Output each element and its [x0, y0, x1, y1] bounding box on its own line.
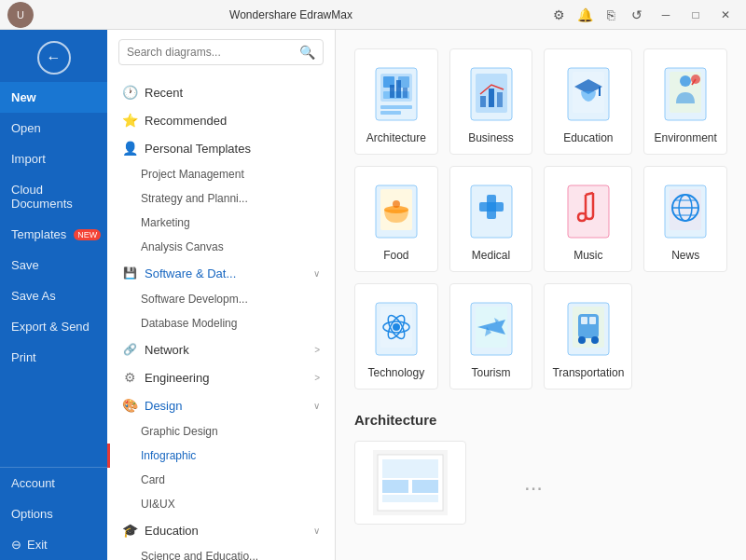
clock-icon: 🕐 [122, 85, 137, 100]
template-card-medical[interactable]: Medical [449, 166, 533, 272]
sidebar-item-print[interactable]: Print [0, 342, 107, 373]
nav-item-personal[interactable]: 👤 Personal Templates [107, 134, 335, 162]
svg-rect-16 [497, 92, 503, 107]
template-card-transportation[interactable]: Transportation [544, 283, 632, 389]
sidebar-item-import[interactable]: Import [0, 143, 107, 174]
nav-item-recent[interactable]: 🕐 Recent [107, 78, 335, 106]
nav-subitem-graphic[interactable]: Graphic Design [107, 419, 335, 444]
nav-item-software[interactable]: 💾 Software & Dat... ∨ [107, 259, 335, 287]
tourism-icon [466, 299, 517, 359]
nav-item-recommended[interactable]: ⭐ Recommended [107, 106, 335, 134]
nav-subitem-science[interactable]: Science and Educatio... [107, 544, 335, 560]
sidebar-item-cloud[interactable]: Cloud Documents [0, 174, 107, 219]
template-card-news[interactable]: News [643, 166, 727, 272]
nav-subitem-uiux[interactable]: UI&UX [107, 492, 335, 516]
svg-point-46 [393, 323, 400, 331]
svg-rect-15 [489, 89, 494, 107]
template-card-music[interactable]: Music [544, 166, 632, 272]
star-icon: ⭐ [122, 113, 137, 128]
template-card-education[interactable]: Education [544, 48, 632, 155]
bottom-card-1[interactable] [354, 441, 466, 525]
panel-area: 🔍 🕐 Recent ⭐ Recommended 👤 Personal Temp… [107, 30, 336, 560]
minimize-button[interactable]: ─ [653, 5, 679, 25]
template-card-tourism[interactable]: Tourism [449, 283, 533, 389]
chevron-down-icon: ∨ [313, 268, 320, 279]
sidebar-item-account[interactable]: Account [0, 468, 107, 499]
nav-section: 🕐 Recent ⭐ Recommended 👤 Personal Templa… [107, 75, 335, 560]
template-card-architecture[interactable]: Architecture [354, 48, 438, 155]
nav-item-education[interactable]: 🎓 Education ∨ [107, 516, 335, 544]
template-card-business[interactable]: Business [449, 48, 533, 155]
svg-rect-33 [479, 202, 504, 212]
settings-icon[interactable]: ⚙ [548, 5, 569, 25]
bell-icon[interactable]: 🔔 [574, 5, 595, 25]
maximize-button[interactable]: □ [683, 5, 709, 25]
back-button[interactable]: ← [37, 41, 71, 75]
nav-label-strategy: Strategy and Planni... [141, 192, 248, 205]
news-label: News [671, 249, 699, 262]
svg-rect-11 [403, 88, 408, 98]
nav-subitem-database[interactable]: Database Modeling [107, 311, 335, 335]
nav-subitem-infographic[interactable]: Infographic [107, 444, 335, 468]
business-label: Business [468, 131, 514, 144]
nav-label-software: Software & Dat... [145, 266, 236, 280]
nav-label-recent: Recent [145, 86, 183, 100]
nav-item-design[interactable]: 🎨 Design ∨ [107, 391, 335, 419]
architecture-label: Architecture [366, 131, 426, 144]
main-layout: ← New Open Import Cloud Documents Templa… [0, 30, 746, 560]
tourism-label: Tourism [472, 366, 511, 379]
sidebar-item-export[interactable]: Export & Send [0, 311, 107, 342]
sidebar-label-exit: Exit [27, 538, 48, 552]
template-card-food[interactable]: Food [354, 166, 438, 272]
sidebar-label-new: New [11, 90, 36, 104]
nav-label-engineering: Engineering [145, 371, 209, 385]
transportation-label: Transportation [552, 366, 624, 379]
template-card-environment[interactable]: Environment [643, 48, 727, 155]
nav-subitem-project[interactable]: Project Management [107, 162, 335, 186]
nav-item-engineering[interactable]: ⚙ Engineering > [107, 363, 335, 391]
template-card-technology[interactable]: Technology [354, 283, 438, 389]
nav-subitem-analysis[interactable]: Analysis Canvas [107, 235, 335, 259]
nav-label-design: Design [145, 399, 182, 413]
nav-label-softwaredep: Software Developm... [141, 293, 248, 306]
svg-rect-62 [382, 480, 408, 493]
nav-item-network[interactable]: 🔗 Network > [107, 335, 335, 363]
chevron-right-network-icon: > [314, 345, 320, 355]
search-input[interactable] [127, 46, 294, 59]
avatar[interactable]: U [7, 2, 34, 28]
svg-rect-9 [390, 85, 394, 98]
nav-subitem-softwaredep[interactable]: Software Developm... [107, 287, 335, 311]
template-grid: Architecture Business [354, 48, 727, 389]
sidebar-label-import: Import [11, 152, 46, 166]
sidebar-item-new[interactable]: New [0, 82, 107, 113]
sidebar-item-exit[interactable]: ⊖ Exit [0, 529, 107, 560]
nav-subitem-card[interactable]: Card [107, 468, 335, 492]
sidebar-item-open[interactable]: Open [0, 113, 107, 143]
transportation-icon [563, 299, 614, 359]
title-bar-left-icons: U [7, 2, 34, 28]
nav-subitem-marketing[interactable]: Marketing [107, 211, 335, 235]
refresh-icon[interactable]: ↺ [627, 5, 647, 25]
share-icon[interactable]: ⎘ [601, 5, 621, 25]
sidebar-item-saveas[interactable]: Save As [0, 280, 107, 311]
technology-icon [371, 299, 421, 359]
nav-label-analysis: Analysis Canvas [141, 240, 224, 253]
svg-point-23 [680, 75, 691, 87]
sidebar-item-options[interactable]: Options [0, 499, 107, 529]
nav-subitem-strategy[interactable]: Strategy and Planni... [107, 186, 335, 211]
nav-label-science: Science and Educatio... [141, 550, 258, 560]
gear-icon: ⚙ [122, 370, 137, 385]
window-title: Wondershare EdrawMax [34, 8, 548, 21]
nav-label-database: Database Modeling [141, 317, 237, 330]
medical-icon [466, 182, 517, 241]
sidebar-item-save[interactable]: Save [0, 250, 107, 280]
sidebar-label-cloud: Cloud Documents [11, 183, 96, 211]
svg-point-58 [591, 336, 599, 344]
sidebar-item-templates[interactable]: Templates NEW [0, 219, 107, 250]
close-button[interactable]: ✕ [712, 5, 739, 25]
svg-rect-35 [573, 189, 604, 230]
sidebar-label-open: Open [11, 121, 41, 135]
education-icon [563, 64, 614, 124]
sidebar-label-print: Print [11, 350, 36, 364]
sidebar-label-options: Options [11, 507, 53, 521]
